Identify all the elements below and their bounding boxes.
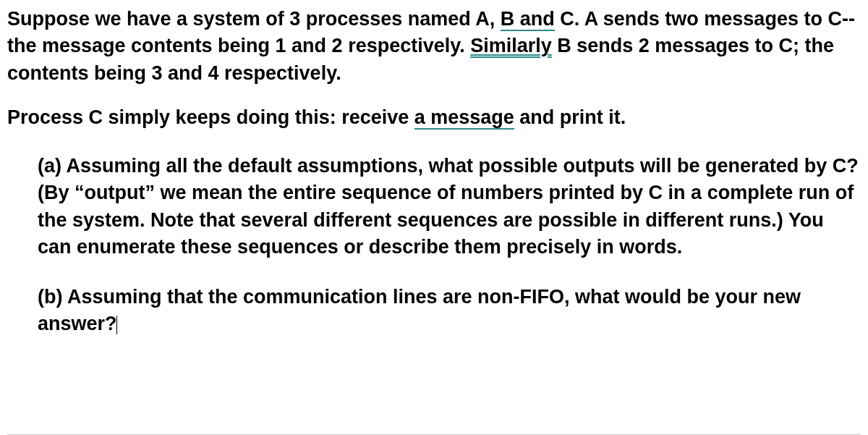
text-run: Suppose we have a system of 3 processes … xyxy=(7,8,501,30)
list-body-a: Assuming all the default assumptions, wh… xyxy=(38,155,859,258)
text-run: and print it. xyxy=(514,106,626,128)
list-item-b: (b) Assuming that the communication line… xyxy=(7,284,861,338)
list-body-b: Assuming that the communication lines ar… xyxy=(38,286,801,334)
list-item-a: (a) Assuming all the default assumptions… xyxy=(7,153,861,261)
text-cursor xyxy=(116,316,117,334)
list-label-b: (b) xyxy=(38,286,67,308)
grammar-underline: Similarly xyxy=(470,35,552,56)
paragraph-intro-2: Process C simply keeps doing this: recei… xyxy=(7,104,861,131)
list-label-a: (a) xyxy=(38,155,67,177)
spellcheck-underline: a message xyxy=(414,106,514,130)
spellcheck-underline: B and xyxy=(501,8,555,31)
paragraph-intro-1: Suppose we have a system of 3 processes … xyxy=(7,6,861,87)
text-run: Process C simply keeps doing this: recei… xyxy=(7,106,414,128)
